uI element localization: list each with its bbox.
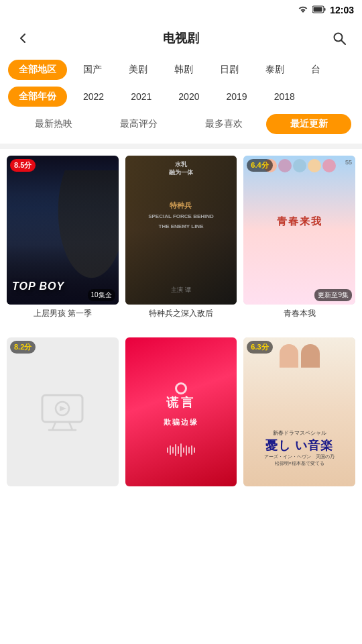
thumb-placeholder-4: 8.2分: [7, 337, 119, 486]
show-title-1: 上层男孩 第一季: [7, 308, 119, 331]
show-item-5[interactable]: 谎言欺骗边缘: [125, 337, 237, 513]
year-tag-3[interactable]: 2020: [168, 87, 210, 106]
search-button[interactable]: [327, 26, 351, 50]
svg-line-4: [341, 40, 345, 44]
show-thumb-6: 新春ドラマスペシャル 憂し い音楽 アーズ・イン・ヘヴン 天国の乃松節明×稲本基…: [243, 337, 355, 486]
show-item-2[interactable]: 水乳融为一体 特种兵SPECIAL FORCE BEHINDTHE ENEMY …: [125, 156, 237, 331]
sort-row: 最新热映 最高评分 最多喜欢 最近更新: [0, 110, 362, 138]
status-bar: 12:03: [0, 0, 362, 20]
region-tag-2[interactable]: 美剧: [118, 60, 158, 80]
show-thumb-2: 水乳融为一体 特种兵SPECIAL FORCE BEHINDTHE ENEMY …: [125, 156, 237, 305]
svg-line-9: [69, 422, 72, 430]
divider: [0, 144, 362, 149]
region-tag-1[interactable]: 国产: [72, 60, 113, 80]
svg-line-8: [52, 422, 56, 430]
region-tag-3[interactable]: 韩剧: [164, 60, 204, 80]
show-item-1[interactable]: TOP BOY 8.5分 10集全 上层男孩 第一季: [7, 156, 119, 331]
badge-score-1: 8.5分: [10, 159, 36, 172]
badge-score-3: 6.4分: [247, 159, 272, 172]
year-tag-5[interactable]: 2018: [263, 87, 306, 106]
show-item-3[interactable]: 青春来我 55 6.4分 更新至9集 青春本我: [243, 156, 355, 331]
region-tag-4[interactable]: 日剧: [209, 60, 249, 80]
show-thumb-4: 8.2分: [7, 337, 119, 486]
show-thumb-3: 青春来我 55 6.4分 更新至9集: [243, 156, 355, 305]
filter-section: 全部地区 国产 美剧 韩剧 日剧 泰剧 台 全部年份 2022 2021 202…: [0, 56, 362, 144]
show-title-5: [125, 490, 237, 513]
show-thumb-1: TOP BOY 8.5分 10集全: [7, 156, 119, 305]
sort-tab-2[interactable]: 最多喜欢: [181, 114, 266, 134]
badge-ep-3: 更新至9集: [314, 289, 352, 301]
region-tag-6[interactable]: 台: [300, 60, 331, 80]
page-title: 电视剧: [163, 30, 199, 46]
show-title-6: [243, 490, 355, 513]
svg-rect-2: [324, 8, 326, 11]
sort-tab-0[interactable]: 最新热映: [11, 114, 96, 134]
badge-score-4: 8.2分: [10, 341, 36, 354]
show-item-4[interactable]: 8.2分: [7, 337, 119, 513]
sort-tab-1[interactable]: 最高评分: [96, 114, 181, 134]
year-tag-2[interactable]: 2021: [120, 87, 162, 106]
year-tag-0[interactable]: 全部年份: [8, 87, 67, 107]
status-time: 12:03: [330, 5, 354, 15]
show-thumb-5: 谎言欺骗边缘: [125, 337, 237, 486]
battery-icon: [312, 5, 326, 15]
region-tag-5[interactable]: 泰剧: [255, 60, 295, 80]
year-filter-row: 全部年份 2022 2021 2020 2019 2018: [0, 83, 362, 110]
show-title-3: 青春本我: [243, 308, 355, 331]
back-button[interactable]: [11, 26, 35, 50]
show-title-4: [7, 490, 119, 513]
show-title-2: 特种兵之深入敌后: [125, 308, 237, 331]
sort-tab-3[interactable]: 最近更新: [266, 114, 351, 134]
content-grid: TOP BOY 8.5分 10集全 上层男孩 第一季 水乳融为一体 特种兵SPE…: [0, 149, 362, 519]
year-tag-4[interactable]: 2019: [215, 87, 257, 106]
year-tag-1[interactable]: 2022: [72, 87, 115, 106]
wifi-icon: [298, 5, 308, 15]
badge-ep-1: 10集全: [88, 289, 115, 301]
svg-rect-1: [314, 7, 322, 11]
svg-marker-7: [60, 406, 66, 411]
region-filter-row: 全部地区 国产 美剧 韩剧 日剧 泰剧 台: [0, 56, 362, 83]
header: 电视剧: [0, 20, 362, 56]
region-tag-0[interactable]: 全部地区: [8, 60, 67, 80]
show-item-6[interactable]: 新春ドラマスペシャル 憂し い音楽 アーズ・イン・ヘヴン 天国の乃松節明×稲本基…: [243, 337, 355, 513]
badge-score-6: 6.3分: [247, 341, 272, 354]
